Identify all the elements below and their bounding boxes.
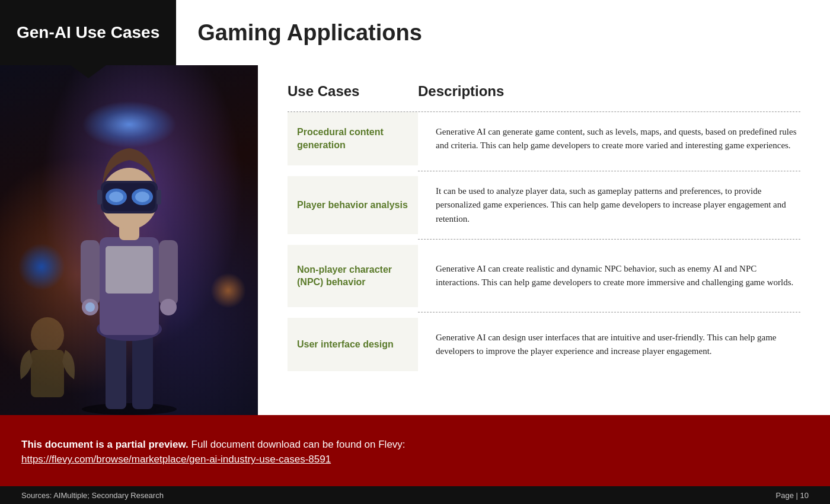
svg-rect-19 [157, 190, 161, 205]
description-cell-4: Generative AI can design user interfaces… [418, 318, 800, 371]
use-case-cell-3: Non-player character (NPC) behavior [288, 245, 418, 307]
page-title: Gaming Applications [197, 20, 422, 46]
ambient-light-2 [210, 273, 246, 308]
image-panel [0, 65, 258, 415]
use-case-label-3: Non-player character (NPC) behavior [297, 263, 408, 289]
row-separator-1 [288, 165, 800, 176]
use-case-cell-2: Player behavior analysis [288, 176, 418, 234]
page-title-block: Gaming Applications [176, 0, 830, 65]
svg-rect-20 [106, 246, 153, 294]
footer: Sources: AIMultiple; Secondary Research … [0, 486, 830, 504]
col1-header-label: Use Cases [288, 83, 359, 99]
use-case-label-2: Player behavior analysis [297, 199, 408, 212]
svg-rect-6 [159, 240, 178, 305]
background-person [12, 296, 83, 415]
description-text-3: Generative AI can create realistic and d… [436, 262, 800, 290]
preview-banner: This document is a partial preview. Full… [0, 415, 830, 486]
table-header: Use Cases Descriptions [288, 83, 800, 102]
use-case-label-4: User interface design [297, 338, 394, 351]
top-bar: Gen-AI Use Cases Gaming Applications [0, 0, 830, 65]
banner-normal-text: Full document download can be found on F… [191, 439, 406, 450]
brand-block: Gen-AI Use Cases [0, 0, 176, 65]
svg-rect-22 [31, 350, 64, 397]
banner-bold-text: This document is a partial preview. [21, 439, 189, 450]
svg-point-0 [82, 403, 177, 415]
svg-rect-1 [106, 332, 126, 409]
divider-1 [418, 171, 800, 171]
use-case-label-1: Procedural content generation [297, 126, 408, 151]
banner-link[interactable]: https://flevy.com/browse/marketplace/gen… [21, 454, 331, 465]
use-case-cell-1: Procedural content generation [288, 112, 418, 165]
svg-point-8 [85, 302, 95, 312]
row-separator-3 [288, 307, 800, 318]
svg-point-16 [109, 192, 123, 202]
banner-link-line: https://flevy.com/browse/marketplace/gen… [21, 454, 809, 465]
image-background [0, 65, 258, 415]
banner-text-line1: This document is a partial preview. Full… [21, 436, 809, 454]
svg-point-9 [160, 299, 177, 315]
description-cell-3: Generative AI can create realistic and d… [418, 245, 800, 307]
svg-rect-18 [97, 190, 102, 205]
use-case-cell-4: User interface design [288, 318, 418, 371]
divider-2 [418, 239, 800, 240]
svg-rect-2 [132, 332, 153, 409]
divider-3 [418, 312, 800, 312]
table-row: Non-player character (NPC) behavior Gene… [288, 245, 800, 307]
brand-title: Gen-AI Use Cases [17, 23, 159, 43]
footer-sources: Sources: AIMultiple; Secondary Research [21, 491, 164, 500]
svg-point-21 [31, 317, 64, 353]
col-use-cases-header: Use Cases [288, 83, 418, 100]
description-text-4: Generative AI can design user interfaces… [436, 331, 800, 359]
svg-rect-5 [81, 240, 100, 305]
description-cell-1: Generative AI can generate game content,… [418, 112, 800, 165]
col2-header-label: Descriptions [418, 83, 504, 99]
content-panel: Use Cases Descriptions Procedural conten… [258, 65, 830, 415]
footer-page: Page | 10 [776, 491, 809, 500]
description-text-1: Generative AI can generate game content,… [436, 125, 800, 153]
svg-point-17 [135, 192, 149, 202]
table-row: Player behavior analysis It can be used … [288, 176, 800, 234]
table-row: User interface design Generative AI can … [288, 318, 800, 371]
table-row: Procedural content generation Generative… [288, 112, 800, 165]
description-text-2: It can be used to analyze player data, s… [436, 184, 800, 226]
col-descriptions-header: Descriptions [418, 83, 800, 100]
row-separator-2 [288, 234, 800, 245]
main-content: Use Cases Descriptions Procedural conten… [0, 65, 830, 415]
description-cell-2: It can be used to analyze player data, s… [418, 176, 800, 234]
